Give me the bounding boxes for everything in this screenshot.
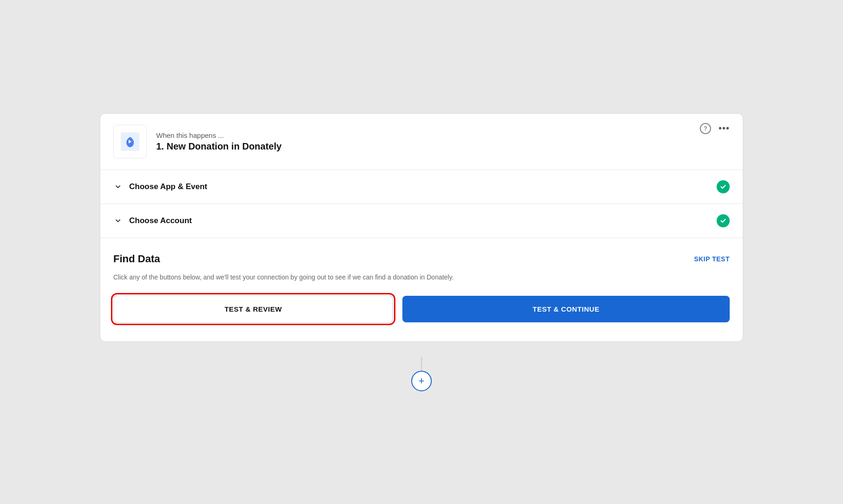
trigger-icon	[113, 125, 147, 158]
test-review-button[interactable]: TEST & REVIEW	[113, 295, 393, 323]
trigger-header: When this happens ... 1. New Donation in…	[100, 114, 743, 170]
find-data-header: Find Data SKIP TEST	[113, 253, 730, 265]
help-icon[interactable]: ?	[700, 123, 711, 134]
find-data-section: Find Data SKIP TEST Click any of the but…	[100, 238, 743, 341]
check-icon-app-event	[717, 180, 730, 193]
main-card: When this happens ... 1. New Donation in…	[100, 113, 743, 342]
choose-app-event-label: Choose App & Event	[129, 182, 717, 191]
choose-account-section[interactable]: Choose Account	[100, 204, 743, 238]
donately-icon	[121, 132, 139, 151]
when-text: When this happens ...	[156, 131, 730, 139]
trigger-text: When this happens ... 1. New Donation in…	[156, 131, 730, 152]
add-step-button[interactable]: +	[411, 371, 432, 391]
chevron-down-icon-account	[113, 216, 123, 225]
chevron-down-icon	[113, 182, 123, 191]
test-continue-button[interactable]: TEST & CONTINUE	[402, 296, 730, 322]
find-data-title: Find Data	[113, 253, 160, 265]
buttons-row: TEST & REVIEW TEST & CONTINUE	[113, 295, 730, 323]
trigger-title: 1. New Donation in Donately	[156, 141, 730, 152]
find-data-description: Click any of the buttons below, and we'l…	[113, 272, 730, 282]
more-icon[interactable]: •••	[719, 123, 730, 134]
check-icon-account	[717, 214, 730, 227]
header-actions: ? •••	[700, 123, 730, 134]
skip-test-link[interactable]: SKIP TEST	[694, 255, 730, 263]
add-step-connector: +	[411, 357, 432, 391]
choose-app-event-section[interactable]: Choose App & Event	[100, 170, 743, 204]
bottom-area: +	[411, 342, 432, 391]
page-wrapper: When this happens ... 1. New Donation in…	[0, 0, 843, 504]
choose-account-label: Choose Account	[129, 216, 717, 225]
connector-line	[421, 357, 422, 371]
